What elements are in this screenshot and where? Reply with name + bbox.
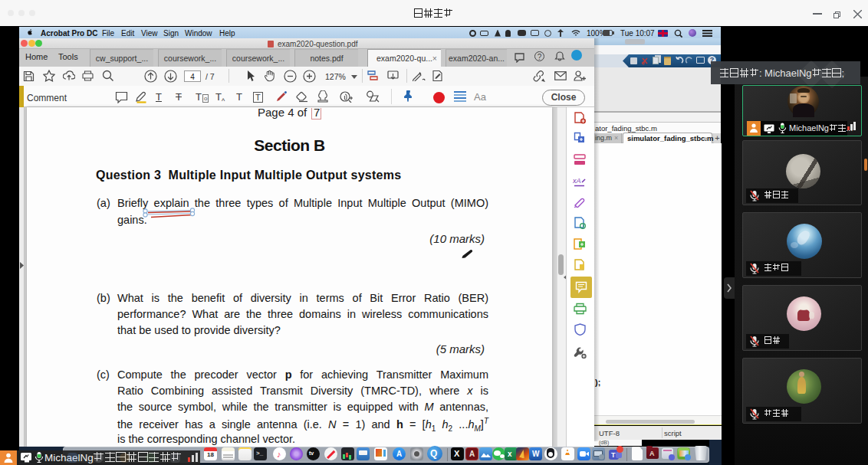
svg-text:xA: xA [573, 177, 581, 185]
